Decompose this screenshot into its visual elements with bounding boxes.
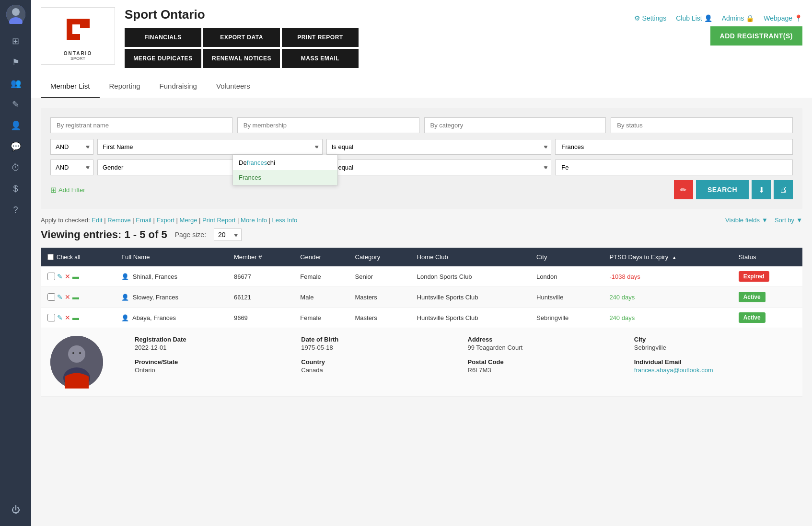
merge-duplicates-button[interactable]: MERGE DUPICATES <box>125 49 201 68</box>
row-checkbox-2[interactable] <box>47 293 55 301</box>
search-button[interactable]: SEARCH <box>696 180 749 199</box>
sidebar-icon-dollar[interactable]: $ <box>7 180 24 197</box>
filter-value-input-2[interactable] <box>555 160 793 175</box>
tab-reporting[interactable]: Reporting <box>100 75 150 98</box>
filter-btn-group: ✏ SEARCH ⬇ 🖨 <box>674 180 793 199</box>
mass-email-button[interactable]: MASS EMAIL <box>282 49 359 68</box>
filter-value-input-1[interactable] <box>555 139 793 155</box>
search-by-name-input[interactable] <box>50 117 232 133</box>
row-card-icon-2[interactable]: ▬ <box>72 293 79 301</box>
search-by-status-input[interactable] <box>611 117 793 133</box>
row-delete-icon-2[interactable]: ✕ <box>65 293 70 301</box>
sidebar-icon-chat[interactable]: 💬 <box>7 138 24 155</box>
field-select-1[interactable]: First Name Last Name Gender <box>97 139 323 155</box>
th-home-club[interactable]: Home Club <box>410 248 530 266</box>
autocomplete-item-2[interactable]: Frances <box>233 170 337 185</box>
td-status-1: Expired <box>732 266 802 287</box>
td-gender-3: Female <box>293 308 348 328</box>
header-wrapper: ⚙ Settings Club List 👤 Admins 🔒 Webpage … <box>31 0 812 75</box>
operator-select-2[interactable]: Is equal Is not equal <box>326 160 552 175</box>
add-filter-button[interactable]: ⊞ Add Filter <box>50 185 85 194</box>
club-list-icon: 👤 <box>704 14 712 22</box>
row-delete-icon-3[interactable]: ✕ <box>65 314 70 321</box>
print-filter-button[interactable]: 🖨 <box>774 180 793 199</box>
sidebar-icon-users[interactable]: 👥 <box>7 75 24 92</box>
th-status[interactable]: Status <box>732 248 802 266</box>
search-by-category-input[interactable] <box>424 117 606 133</box>
clear-filter-button[interactable]: ✏ <box>674 180 693 199</box>
autocomplete-item-1[interactable]: Defranceschi <box>233 155 337 170</box>
visible-fields-button[interactable]: Visible fields ▼ <box>725 217 768 224</box>
sidebar-icon-help[interactable]: ? <box>7 201 24 218</box>
row-edit-icon-3[interactable]: ✎ <box>57 314 63 321</box>
tab-volunteers[interactable]: Volunteers <box>207 75 260 98</box>
row-edit-icon-2[interactable]: ✎ <box>57 293 63 301</box>
sidebar-icon-clock[interactable]: ⏱ <box>7 159 24 176</box>
td-category-2: Masters <box>348 287 410 308</box>
detail-col-1: Registration Date 2022-12-01 Province/St… <box>135 336 293 374</box>
sort-by-button[interactable]: Sort by ▼ <box>775 217 802 224</box>
sidebar-icon-edit[interactable]: ✎ <box>7 96 24 113</box>
apply-remove-link[interactable]: Remove <box>107 217 130 224</box>
add-registrant-button[interactable]: ADD REGISTRANT(S) <box>710 26 802 46</box>
apply-more-info-link[interactable]: More Info <box>241 217 267 224</box>
logic-select-2[interactable]: AND OR <box>50 160 93 175</box>
export-filter-button[interactable]: ⬇ <box>752 180 771 199</box>
filter-actions: ⊞ Add Filter ✏ SEARCH ⬇ 🖨 <box>50 180 793 199</box>
apply-edit-link[interactable]: Edit <box>92 217 102 224</box>
financials-button[interactable]: FINANCIALS <box>125 28 201 47</box>
nav-settings[interactable]: ⚙ Settings <box>634 14 667 22</box>
email-field: Individual Email frances.abaya@outlook.c… <box>634 358 793 374</box>
row-checkbox-1[interactable] <box>47 273 55 280</box>
sidebar-icon-person-add[interactable]: 👤 <box>7 117 24 134</box>
apply-less-info-link[interactable]: Less Info <box>272 217 298 224</box>
td-member-num-2: 66121 <box>227 287 293 308</box>
th-expiry[interactable]: PTSO Days to Expiry ▲ <box>603 248 731 266</box>
row-edit-icon-1[interactable]: ✎ <box>57 273 63 280</box>
row-checkbox-3[interactable] <box>47 314 55 321</box>
row-card-icon-3[interactable]: ▬ <box>72 314 79 321</box>
td-home-club-1: London Sports Club <box>410 266 530 287</box>
print-report-button[interactable]: PRINT REPORT <box>282 28 359 47</box>
avatar[interactable] <box>6 5 25 24</box>
nav-club-list[interactable]: Club List 👤 <box>676 14 712 22</box>
apply-print-link[interactable]: Print Report <box>202 217 235 224</box>
th-category[interactable]: Category <box>348 248 410 266</box>
operator-select-wrapper-2: Is equal Is not equal ▼ <box>326 160 552 175</box>
check-all-checkbox[interactable] <box>47 254 54 260</box>
nav-admins[interactable]: Admins 🔒 <box>722 14 754 22</box>
export-data-button[interactable]: EXPORT DATA <box>203 28 280 47</box>
webpage-icon: 📍 <box>794 14 802 22</box>
header-inner: ONTARIO SPORT Sport Ontario FINANCIALS E… <box>31 0 812 75</box>
person-icon-3: 👤 <box>121 314 129 321</box>
th-member-num[interactable]: Member # <box>227 248 293 266</box>
td-expiry-1: -1038 days <box>603 266 731 287</box>
address-field: Address 99 Teagarden Court <box>468 336 626 351</box>
page-size-select[interactable]: 10 20 50 100 <box>214 229 242 241</box>
th-full-name[interactable]: Full Name <box>115 248 227 266</box>
logic-select-1[interactable]: AND OR <box>50 139 93 155</box>
sidebar-icon-grid[interactable]: ⊞ <box>7 33 24 50</box>
chevron-down-icon-2: ▼ <box>796 217 802 224</box>
tab-member-list[interactable]: Member List <box>41 75 100 98</box>
sidebar-icon-power[interactable]: ⏻ <box>7 501 24 518</box>
apply-email-link[interactable]: Email <box>136 217 151 224</box>
search-by-membership-input[interactable] <box>237 117 419 133</box>
operator-select-wrapper-1: Is equal Is not equal Contains ▼ <box>326 139 552 155</box>
autocomplete-dropdown: Defranceschi Frances <box>232 155 338 185</box>
apply-merge-link[interactable]: Merge <box>180 217 197 224</box>
td-expiry-3: 240 days <box>603 308 731 328</box>
sidebar-icon-flag[interactable]: ⚑ <box>7 54 24 71</box>
tab-fundraising[interactable]: Fundraising <box>150 75 207 98</box>
apply-export-link[interactable]: Export <box>156 217 174 224</box>
row-card-icon-1[interactable]: ▬ <box>72 273 79 280</box>
row-delete-icon-1[interactable]: ✕ <box>65 273 70 280</box>
nav-webpage[interactable]: Webpage 📍 <box>764 14 802 22</box>
operator-select-1[interactable]: Is equal Is not equal Contains <box>326 139 552 155</box>
renewal-notices-button[interactable]: RENEWAL NOTICES <box>203 49 280 68</box>
th-city[interactable]: City <box>530 248 603 266</box>
page-size-wrapper: 10 20 50 100 ▼ <box>214 229 242 241</box>
th-gender[interactable]: Gender <box>293 248 348 266</box>
logic-select-wrapper-2: AND OR ▼ <box>50 160 93 175</box>
td-name-2: 👤 Slowey, Frances <box>115 287 227 308</box>
